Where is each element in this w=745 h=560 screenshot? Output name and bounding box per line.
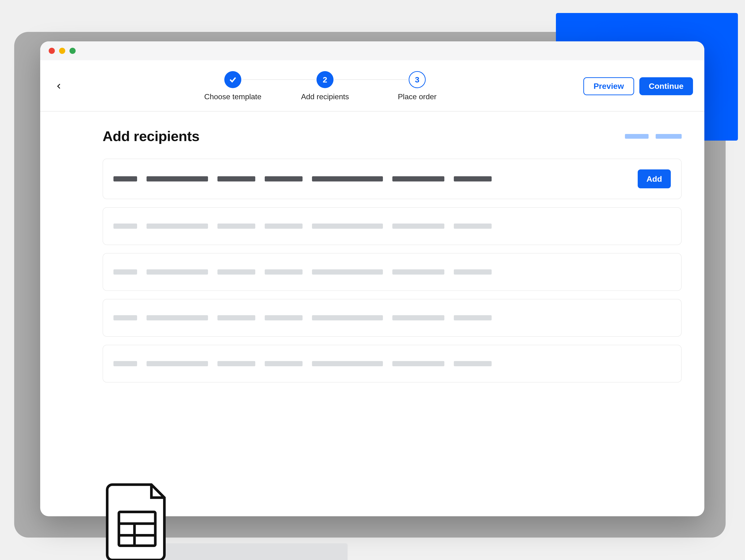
input-fields[interactable] (114, 176, 628, 182)
spreadsheet-file-icon (104, 482, 170, 560)
cell-placeholder (312, 361, 383, 366)
cell-placeholder (454, 361, 492, 366)
cell-placeholder (392, 224, 444, 229)
stepper: Choose template 2 Add recipients 3 Place… (187, 71, 463, 101)
cell-placeholder (454, 269, 492, 274)
cell-placeholder (312, 224, 383, 229)
step-1-badge (224, 71, 241, 88)
cell-placeholder (114, 269, 137, 274)
step-3-badge: 3 (409, 71, 426, 88)
cell-placeholder (265, 269, 302, 274)
cell-placeholder (147, 361, 208, 366)
action-chip[interactable] (625, 134, 649, 139)
window-zoom-icon[interactable] (69, 48, 76, 54)
cell-placeholder (114, 224, 137, 229)
recipient-input-row: Add (103, 159, 682, 199)
page-title: Add recipients (103, 128, 199, 144)
cell-placeholder (218, 315, 255, 320)
step-1-label: Choose template (204, 92, 261, 101)
cell-placeholder (114, 315, 137, 320)
cell-placeholder (265, 224, 302, 229)
cell-placeholder (454, 224, 492, 229)
cell-placeholder (218, 224, 255, 229)
recipients-list: Add (103, 159, 682, 383)
table-row[interactable] (103, 299, 682, 337)
window-minimize-icon[interactable] (59, 48, 65, 54)
cell-placeholder (454, 315, 492, 320)
cell-placeholder (392, 315, 444, 320)
table-row[interactable] (103, 207, 682, 245)
field-placeholder[interactable] (114, 176, 137, 182)
action-chip[interactable] (656, 134, 682, 139)
window-close-icon[interactable] (49, 48, 55, 54)
chevron-left-icon (56, 83, 62, 90)
cell-placeholder (312, 315, 383, 320)
step-3-label: Place order (398, 92, 436, 101)
cell-placeholder (312, 269, 383, 274)
cell-placeholder (218, 361, 255, 366)
action-placeholders (625, 134, 682, 139)
content-area: Add recipients Add (40, 111, 704, 383)
continue-button[interactable]: Continue (639, 77, 693, 95)
field-placeholder[interactable] (265, 176, 302, 182)
cell-placeholder (147, 315, 208, 320)
cell-placeholder (147, 269, 208, 274)
field-placeholder[interactable] (147, 176, 208, 182)
field-placeholder[interactable] (218, 176, 255, 182)
cell-placeholder (218, 269, 255, 274)
step-add-recipients[interactable]: 2 Add recipients (279, 71, 371, 101)
step-2-badge: 2 (317, 71, 333, 88)
step-choose-template[interactable]: Choose template (187, 71, 279, 101)
cell-placeholder (114, 361, 137, 366)
step-2-label: Add recipients (301, 92, 349, 101)
table-row[interactable] (103, 253, 682, 291)
cell-placeholder (392, 361, 444, 366)
cell-placeholder (265, 315, 302, 320)
add-button[interactable]: Add (638, 169, 671, 188)
header-actions: Preview Continue (583, 77, 693, 95)
field-placeholder[interactable] (312, 176, 383, 182)
cell-placeholder (147, 224, 208, 229)
title-row: Add recipients (103, 128, 682, 144)
checkmark-icon (229, 76, 237, 84)
back-button[interactable] (52, 79, 67, 94)
step-place-order[interactable]: 3 Place order (371, 71, 463, 101)
cell-placeholder (392, 269, 444, 274)
window-titlebar (40, 41, 704, 60)
field-placeholder[interactable] (392, 176, 444, 182)
preview-button[interactable]: Preview (583, 77, 634, 95)
table-row[interactable] (103, 345, 682, 383)
app-window: Choose template 2 Add recipients 3 Place… (40, 41, 704, 516)
field-placeholder[interactable] (454, 176, 492, 182)
cell-placeholder (265, 361, 302, 366)
page-header: Choose template 2 Add recipients 3 Place… (40, 60, 704, 111)
